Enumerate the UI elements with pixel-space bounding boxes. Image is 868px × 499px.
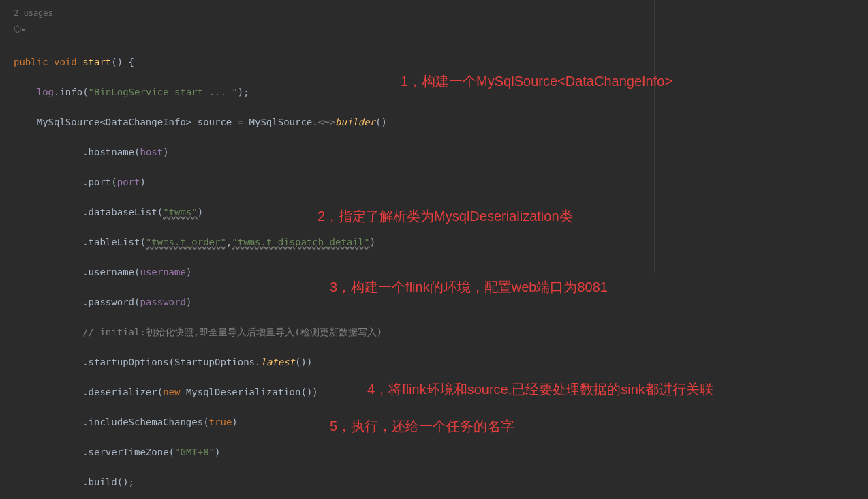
m: deserializer bbox=[89, 387, 157, 397]
t: ) bbox=[198, 207, 203, 217]
str: "twms" bbox=[163, 207, 198, 217]
t: (); bbox=[117, 477, 134, 487]
indent: . bbox=[14, 147, 89, 157]
m: build bbox=[89, 477, 117, 487]
t: ) bbox=[140, 177, 145, 187]
t: ) bbox=[163, 147, 168, 157]
t: ) bbox=[215, 447, 220, 457]
annotation-3: 3，构建一个flink的环境，配置web端口为8081 bbox=[330, 279, 608, 294]
id: port bbox=[117, 177, 140, 187]
type-param: <~> bbox=[318, 117, 335, 127]
indent: . bbox=[14, 177, 89, 187]
kw: public void bbox=[14, 57, 82, 67]
t: ( bbox=[169, 447, 174, 457]
m: includeSchemaChanges bbox=[89, 417, 204, 427]
m: latest bbox=[260, 357, 295, 367]
m: databaseList bbox=[89, 207, 157, 217]
id: log bbox=[37, 87, 54, 97]
usages-hint[interactable]: 2 usages bbox=[0, 5, 868, 20]
t: ) bbox=[370, 237, 375, 247]
id: password bbox=[140, 297, 185, 307]
t: () bbox=[375, 117, 387, 127]
indent bbox=[14, 117, 37, 127]
m: startupOptions bbox=[89, 357, 169, 367]
t: () { bbox=[111, 57, 134, 67]
editor-margin-line bbox=[654, 0, 655, 273]
annotation-5: 5，执行，还给一个任务的名字 bbox=[330, 419, 514, 434]
t: (StartupOptions. bbox=[169, 357, 261, 367]
kw: new bbox=[163, 387, 186, 397]
indent: . bbox=[14, 387, 89, 397]
m: port bbox=[89, 177, 112, 187]
indent: . bbox=[14, 417, 89, 427]
t: ); bbox=[238, 87, 249, 97]
t: ( bbox=[140, 237, 145, 247]
m: builder bbox=[335, 117, 375, 127]
str: "twms.t_order" bbox=[146, 237, 226, 247]
indent: . bbox=[14, 447, 89, 457]
t: ) bbox=[186, 267, 191, 277]
indent bbox=[14, 327, 82, 337]
t: ( bbox=[157, 387, 163, 397]
indent: . bbox=[14, 237, 89, 247]
t: ( bbox=[111, 177, 117, 187]
m: username bbox=[89, 267, 134, 277]
annotation-4: 4，将flink环境和source,已经要处理数据的sink都进行关联 bbox=[367, 382, 713, 397]
indent: . bbox=[14, 207, 89, 217]
t: ) bbox=[232, 417, 237, 427]
indent: . bbox=[14, 267, 89, 277]
id: host bbox=[140, 147, 163, 157]
t: .info( bbox=[54, 87, 89, 97]
m: serverTimeZone bbox=[89, 447, 169, 457]
t: MySqlSource<DataChangeInfo> source = MyS… bbox=[37, 117, 318, 127]
override-gutter-icon[interactable]: ⬡▸ bbox=[0, 22, 868, 37]
annotation-1: 1，构建一个MySqlSource<DataChangeInfo> bbox=[401, 74, 672, 89]
m: password bbox=[89, 297, 134, 307]
indent: . bbox=[14, 297, 89, 307]
t: ) bbox=[186, 297, 191, 307]
indent bbox=[14, 87, 37, 97]
str: "twms.t_dispatch_detail" bbox=[232, 237, 369, 247]
t: ( bbox=[157, 207, 163, 217]
t: ( bbox=[203, 417, 208, 427]
id: username bbox=[140, 267, 185, 277]
str: "GMT+8" bbox=[174, 447, 215, 457]
annotation-2: 2，指定了解析类为MysqlDeserialization类 bbox=[317, 209, 573, 224]
comment: // initial:初始化快照,即全量导入后增量导入(检测更新数据写入) bbox=[82, 327, 382, 337]
indent: . bbox=[14, 357, 89, 367]
t: MysqlDeserialization()) bbox=[186, 387, 318, 397]
m: hostname bbox=[89, 147, 134, 157]
method-name: start bbox=[82, 57, 111, 67]
kw: true bbox=[209, 417, 232, 427]
m: tableList bbox=[89, 237, 140, 247]
str: "BinLogService start ... " bbox=[89, 87, 238, 97]
t: ()) bbox=[295, 357, 312, 367]
indent: . bbox=[14, 477, 89, 487]
